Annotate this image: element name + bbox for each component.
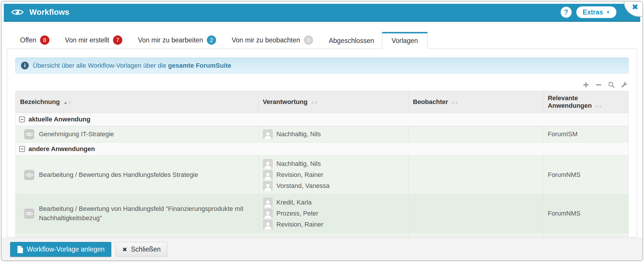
tab-label: Offen bbox=[20, 36, 36, 44]
sort-arrows-icon: ∧∨ bbox=[595, 104, 602, 109]
cell-verantwortung: Nachhaltig, Nils bbox=[258, 126, 408, 143]
info-banner-text: Übersicht über alle Workflow-Vorlagen üb… bbox=[33, 62, 231, 69]
group-label: aktuelle Anwendung bbox=[28, 116, 90, 123]
close-x-icon: ✖ bbox=[122, 246, 127, 253]
cell-beobachter bbox=[408, 156, 543, 194]
workflow-templates-table: Bezeichnung▲∨Verantwortung∧∨Beobachter∧∨… bbox=[15, 91, 629, 237]
help-button[interactable]: ? bbox=[561, 7, 572, 18]
person-entry: Nachhaltig, Nils bbox=[263, 129, 404, 139]
extras-label: Extras bbox=[583, 8, 603, 16]
workflow-eye-icon[interactable] bbox=[24, 170, 34, 180]
collapse-icon[interactable] bbox=[19, 116, 25, 122]
person-entry: Revision, Rainer bbox=[263, 170, 404, 180]
cell-relevante-anwendungen: ForumNMS bbox=[543, 156, 628, 194]
person-icon bbox=[263, 181, 273, 191]
person-entry: Vorstand, Vanessa bbox=[263, 181, 404, 191]
cell-relevante-anwendungen: ForumNMS bbox=[543, 194, 628, 233]
cell-beobachter bbox=[408, 126, 543, 143]
person-icon bbox=[263, 129, 273, 139]
tab-von-mir-zu-beobachten[interactable]: Von mir zu beobachten0 bbox=[224, 32, 321, 49]
person-name: Vorstand, Vanessa bbox=[277, 182, 330, 190]
search-icon[interactable] bbox=[608, 81, 615, 89]
person-entry: Nachhaltig, Nils bbox=[263, 159, 404, 169]
page-title: Workflows bbox=[29, 8, 69, 17]
workflows-dialog: Workflows ? Extras ▼ ✖ Offen8Von mir ers… bbox=[1, 1, 643, 261]
column-header-verantwortung[interactable]: Verantwortung∧∨ bbox=[258, 91, 408, 113]
person-name: Revision, Rainer bbox=[277, 221, 323, 228]
workflow-title-wrap: Genehmigung IT-Strategie bbox=[20, 129, 254, 139]
tab-count-badge: 8 bbox=[40, 35, 49, 45]
tab-label: Von mir erstellt bbox=[65, 36, 109, 44]
table-row[interactable]: Genehmigung IT-StrategieNachhaltig, Nils… bbox=[16, 126, 629, 143]
column-header-label: Relevante Anwendungen bbox=[548, 94, 592, 109]
cell-verantwortung: Nachhaltig, Nils bbox=[258, 233, 408, 238]
close-icon[interactable]: ✖ bbox=[632, 3, 638, 12]
settings-wrench-icon[interactable] bbox=[620, 81, 628, 89]
workflow-title: Bearbeitung / Bewertung von Handlungsfel… bbox=[39, 204, 254, 223]
table-body: aktuelle AnwendungGenehmigung IT-Strateg… bbox=[16, 113, 629, 238]
workflow-title-wrap: Bearbeitung / Bewertung des Handlungsfel… bbox=[20, 170, 254, 180]
title-bar-actions: ? Extras ▼ bbox=[561, 6, 633, 18]
person-entry: Prozess, Peter bbox=[263, 208, 404, 219]
table-row[interactable]: Bearbeitung / Bewertung des Handlungsfel… bbox=[16, 156, 629, 194]
tab-von-mir-erstellt[interactable]: Von mir erstellt7 bbox=[57, 32, 130, 49]
person-name: Revision, Rainer bbox=[277, 171, 323, 179]
column-header-bezeichnung[interactable]: Bezeichnung▲∨ bbox=[16, 91, 259, 113]
person-entry: Kredit, Karla bbox=[263, 197, 404, 208]
eye-icon bbox=[11, 8, 24, 16]
cell-relevante-anwendungen: ForumISM bbox=[543, 126, 628, 143]
tab-abgeschlossen[interactable]: Abgeschlossen bbox=[321, 33, 382, 49]
group-row[interactable]: andere Anwendungen bbox=[16, 143, 629, 156]
workflow-eye-icon[interactable] bbox=[24, 129, 34, 139]
table-row[interactable]: Einsicht in die aktuelle Version des Pos… bbox=[16, 233, 629, 238]
application-label: ForumNMS bbox=[548, 210, 580, 217]
person-entry: Revision, Rainer bbox=[263, 219, 404, 230]
tab-count-badge: 7 bbox=[113, 35, 122, 45]
cell-beobachter bbox=[408, 233, 543, 238]
cell-bezeichnung: Einsicht in die aktuelle Version des Pos… bbox=[16, 233, 259, 238]
cell-verantwortung: Kredit, KarlaProzess, PeterRevision, Rai… bbox=[258, 194, 408, 233]
tab-count-badge: 0 bbox=[304, 35, 313, 45]
column-header-relevante-anwendungen[interactable]: Relevante Anwendungen∧∨ bbox=[543, 91, 628, 113]
person-name: Nachhaltig, Nils bbox=[277, 160, 321, 168]
table-row[interactable]: Bearbeitung / Bewertung von Handlungsfel… bbox=[16, 194, 629, 233]
person-icon bbox=[263, 220, 273, 229]
person-icon bbox=[263, 159, 273, 169]
group-label: andere Anwendungen bbox=[28, 145, 95, 153]
person-icon bbox=[263, 209, 273, 218]
person-icon bbox=[263, 198, 273, 207]
workflow-title-wrap: Einsicht in die aktuelle Version des Pos… bbox=[20, 235, 254, 237]
table-header-row: Bezeichnung▲∨Verantwortung∧∨Beobachter∧∨… bbox=[16, 91, 629, 113]
sort-arrows-icon: ∧∨ bbox=[452, 100, 459, 105]
collapse-icon[interactable] bbox=[19, 146, 25, 152]
extras-menu-button[interactable]: Extras ▼ bbox=[576, 6, 616, 18]
person-name: Prozess, Peter bbox=[277, 210, 318, 217]
info-banner: i Übersicht über alle Workflow-Vorlagen … bbox=[15, 58, 629, 73]
sort-arrows-icon: ▲∨ bbox=[63, 100, 71, 105]
tab-vorlagen[interactable]: Vorlagen bbox=[382, 32, 428, 49]
tab-label: Vorlagen bbox=[392, 37, 418, 45]
group-header: aktuelle Anwendung bbox=[19, 116, 625, 123]
tab-label: Abgeschlossen bbox=[329, 37, 374, 45]
group-row[interactable]: aktuelle Anwendung bbox=[16, 113, 629, 126]
column-header-beobachter[interactable]: Beobachter∧∨ bbox=[408, 91, 543, 113]
remove-icon[interactable] bbox=[595, 81, 602, 89]
info-icon: i bbox=[21, 62, 29, 69]
workflow-title-wrap: Bearbeitung / Bewertung von Handlungsfel… bbox=[20, 204, 254, 223]
group-cell: aktuelle Anwendung bbox=[16, 113, 629, 126]
group-header: andere Anwendungen bbox=[19, 145, 625, 153]
column-header-label: Bezeichnung bbox=[20, 98, 60, 105]
tab-von-mir-zu-bearbeiten[interactable]: Von mir zu bearbeiten2 bbox=[130, 32, 224, 49]
add-icon[interactable] bbox=[582, 81, 590, 89]
column-header-label: Verantwortung bbox=[263, 98, 308, 105]
tab-label: Von mir zu bearbeiten bbox=[138, 36, 203, 44]
close-button-label: Schließen bbox=[131, 245, 161, 253]
tab-label: Von mir zu beobachten bbox=[232, 36, 300, 44]
close-button[interactable]: ✖ Schließen bbox=[116, 242, 167, 257]
cell-verantwortung: Nachhaltig, NilsRevision, RainerVorstand… bbox=[258, 156, 408, 194]
person-name: Kredit, Karla bbox=[277, 199, 312, 206]
workflow-eye-icon[interactable] bbox=[24, 209, 34, 219]
tab-content-panel: i Übersicht über alle Workflow-Vorlagen … bbox=[7, 49, 637, 237]
tab-offen[interactable]: Offen8 bbox=[12, 32, 57, 49]
create-workflow-template-button[interactable]: Workflow-Vorlage anlegen bbox=[10, 242, 111, 257]
